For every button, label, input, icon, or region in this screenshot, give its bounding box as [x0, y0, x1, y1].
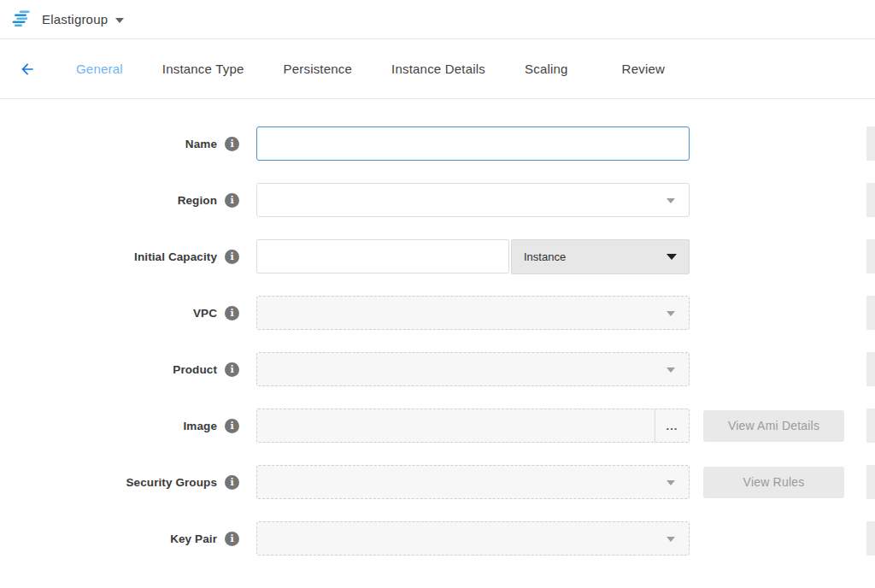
info-icon[interactable]: i [225, 419, 239, 433]
image-value [257, 409, 655, 442]
security-groups-select [256, 465, 690, 499]
info-icon[interactable]: i [225, 193, 239, 208]
region-field-row: Region i [0, 183, 875, 217]
tab-scaling[interactable]: Scaling [525, 62, 568, 76]
app-header: Elastigroup [0, 0, 875, 39]
initial-capacity-field-row: Initial Capacity i Instance [0, 239, 875, 273]
dropdown-caret-icon [667, 480, 675, 485]
initial-capacity-input[interactable] [256, 239, 509, 273]
name-field-row: Name i [0, 126, 875, 161]
dropdown-caret-icon [667, 537, 675, 542]
vpc-field-row: VPC i [0, 296, 875, 330]
product-field-row: Product i [0, 352, 875, 386]
edge-sliver [866, 296, 875, 330]
capacity-unit-select[interactable]: Instance [511, 239, 690, 274]
back-arrow-icon[interactable] [19, 61, 36, 78]
edge-sliver [866, 352, 875, 386]
edge-sliver [866, 126, 875, 161]
info-icon[interactable]: i [225, 306, 239, 320]
app-switcher[interactable]: Elastigroup [12, 10, 124, 28]
app-title: Elastigroup [42, 12, 108, 26]
region-label: Region [178, 194, 217, 207]
view-rules-button: View Rules [703, 467, 844, 498]
initial-capacity-label: Initial Capacity [134, 250, 217, 263]
security-groups-label: Security Groups [126, 476, 217, 489]
capacity-unit-value: Instance [524, 250, 566, 263]
dropdown-caret-icon [667, 311, 675, 316]
vpc-label: VPC [193, 307, 217, 320]
edge-sliver [866, 239, 875, 273]
image-label: Image [183, 420, 217, 432]
info-icon[interactable]: i [225, 137, 239, 151]
name-input[interactable] [256, 126, 690, 161]
edge-sliver [866, 409, 875, 443]
info-icon[interactable]: i [225, 250, 239, 264]
dropdown-caret-icon [667, 368, 675, 373]
elastigroup-logo-icon [12, 10, 34, 28]
tab-instance-type[interactable]: Instance Type [162, 62, 244, 76]
ellipsis-browse-button[interactable]: ... [655, 409, 689, 442]
key-pair-select [256, 521, 690, 556]
info-icon[interactable]: i [225, 532, 239, 546]
product-label: Product [173, 363, 217, 376]
wizard-tabbar: General Instance Type Persistence Instan… [0, 39, 875, 99]
info-icon[interactable]: i [225, 362, 239, 377]
name-label: Name [185, 138, 217, 150]
edge-sliver [866, 521, 875, 556]
view-ami-details-button: View Ami Details [703, 410, 844, 442]
image-field-row: Image i ... View Ami Details [0, 409, 875, 443]
product-select [256, 352, 690, 386]
dropdown-caret-icon [667, 254, 677, 260]
dropdown-caret-icon [667, 198, 675, 203]
vpc-select [256, 296, 690, 330]
edge-sliver [866, 465, 875, 499]
tab-review[interactable]: Review [622, 62, 665, 76]
key-pair-label: Key Pair [170, 532, 217, 545]
tab-instance-details[interactable]: Instance Details [391, 62, 485, 76]
edge-sliver [866, 183, 875, 217]
tab-persistence[interactable]: Persistence [284, 62, 353, 76]
chevron-down-icon [115, 18, 124, 23]
general-settings-form: Name i Region i Initial Capacity i Insta… [0, 99, 875, 556]
key-pair-field-row: Key Pair i [0, 521, 875, 556]
security-groups-field-row: Security Groups i View Rules [0, 465, 875, 499]
tab-general[interactable]: General [76, 62, 123, 76]
region-select[interactable] [256, 183, 690, 217]
info-icon[interactable]: i [225, 475, 239, 490]
image-input: ... [256, 409, 690, 443]
